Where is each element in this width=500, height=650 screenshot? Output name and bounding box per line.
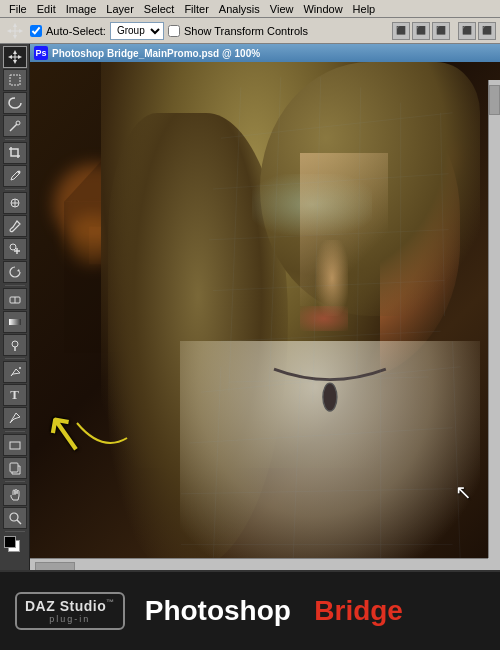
vertical-scrollbar[interactable]	[488, 80, 500, 558]
svg-line-41	[292, 367, 300, 570]
history-brush-btn[interactable]	[3, 261, 27, 283]
promo-image: ↖ ↖	[30, 62, 500, 570]
svg-line-27	[356, 87, 360, 377]
ps-icon: Ps	[34, 46, 48, 60]
horizontal-scrollbar[interactable]	[30, 558, 488, 570]
svg-line-32	[208, 230, 448, 240]
svg-point-11	[12, 341, 18, 347]
svg-line-17	[17, 520, 21, 524]
lasso-btn[interactable]	[3, 92, 27, 114]
document-titlebar: Ps Photoshop Bridge_MainPromo.psd @ 100%	[30, 44, 500, 62]
svg-point-13	[19, 367, 21, 369]
svg-point-16	[10, 513, 18, 521]
brush-btn[interactable]	[3, 215, 27, 237]
menu-select[interactable]: Select	[139, 3, 180, 15]
svg-line-25	[268, 77, 280, 402]
separator-1	[5, 139, 25, 140]
svg-line-1	[10, 124, 17, 131]
menu-image[interactable]: Image	[61, 3, 102, 15]
shape-btn[interactable]	[3, 434, 27, 456]
svg-rect-14	[10, 442, 20, 449]
svg-point-7	[10, 244, 16, 250]
canvas-content[interactable]: ↖ ↖	[30, 62, 500, 570]
path-select-btn[interactable]	[3, 407, 27, 429]
svg-rect-10	[9, 319, 21, 325]
eyedropper-btn[interactable]	[3, 165, 27, 187]
pen-btn[interactable]	[3, 361, 27, 383]
menu-filter[interactable]: Filter	[179, 3, 213, 15]
toolbar: T	[0, 44, 30, 570]
scrollbar-corner	[488, 558, 500, 570]
arrow-tail	[72, 418, 132, 458]
menu-edit[interactable]: Edit	[32, 3, 61, 15]
zoom-btn[interactable]	[3, 507, 27, 529]
daz-studio-label: DAZ Studio™	[25, 598, 115, 614]
workspace: T Ps Photoshop Bridge_MainPromo.ps	[0, 44, 500, 570]
svg-line-38	[180, 489, 452, 494]
separator-5	[5, 431, 25, 432]
menu-layer[interactable]: Layer	[101, 3, 139, 15]
transform-controls-checkbox[interactable]	[168, 25, 180, 37]
canvas-area: Ps Photoshop Bridge_MainPromo.psd @ 100%	[30, 44, 500, 570]
type-btn[interactable]: T	[3, 384, 27, 406]
menu-help[interactable]: Help	[348, 3, 381, 15]
separator-2	[5, 189, 25, 190]
document-title: Photoshop Bridge_MainPromo.psd @ 100%	[52, 48, 260, 59]
auto-select-label: Auto-Select:	[46, 25, 106, 37]
auto-select-checkbox[interactable]	[30, 25, 42, 37]
menu-file[interactable]: File	[4, 3, 32, 15]
spot-heal-btn[interactable]	[3, 192, 27, 214]
bridge-label: Bridge	[314, 595, 403, 626]
menu-bar: File Edit Image Layer Select Filter Anal…	[0, 0, 500, 18]
eraser-btn[interactable]	[3, 288, 27, 310]
svg-line-33	[212, 280, 444, 290]
wire-mesh-overlay	[101, 62, 501, 570]
color-swatches[interactable]	[4, 536, 26, 556]
clone-stamp-btn[interactable]	[3, 238, 27, 260]
svg-point-3	[17, 171, 20, 174]
promo-bar: DAZ Studio™ plug-in Photoshop Bridge	[0, 570, 500, 650]
svg-line-37	[188, 428, 452, 443]
separator-6	[5, 481, 25, 482]
promo-title: Photoshop Bridge	[145, 595, 403, 627]
magic-wand-btn[interactable]	[3, 115, 27, 137]
menu-view[interactable]: View	[265, 3, 299, 15]
foreground-color-swatch[interactable]	[4, 536, 16, 548]
align-center-icon[interactable]: ⬛	[412, 22, 430, 40]
hand-btn[interactable]	[3, 484, 27, 506]
svg-rect-15	[10, 463, 18, 472]
menu-window[interactable]: Window	[298, 3, 347, 15]
align-right-icon[interactable]: ⬛	[432, 22, 450, 40]
svg-line-31	[212, 174, 448, 189]
type-icon: T	[10, 387, 19, 403]
options-bar: Auto-Select: Group Show Transform Contro…	[0, 18, 500, 44]
separator-4	[5, 358, 25, 359]
svg-line-29	[440, 113, 444, 316]
move-tool-btn[interactable]	[3, 46, 27, 68]
svg-rect-0	[10, 75, 20, 85]
svg-line-26	[312, 77, 320, 402]
vscroll-thumb[interactable]	[489, 85, 500, 115]
auto-select-dropdown[interactable]: Group	[110, 22, 164, 40]
notes-btn[interactable]	[3, 457, 27, 479]
daz-logo-box: DAZ Studio™ plug-in	[15, 592, 125, 630]
cursor-pointer: ↖	[455, 480, 472, 504]
svg-line-36	[200, 367, 460, 392]
crop-btn[interactable]	[3, 142, 27, 164]
photoshop-label: Photoshop	[145, 595, 291, 626]
distribute-center-icon[interactable]: ⬛	[478, 22, 496, 40]
menu-analysis[interactable]: Analysis	[214, 3, 265, 15]
distribute-left-icon[interactable]: ⬛	[458, 22, 476, 40]
align-left-icon[interactable]: ⬛	[392, 22, 410, 40]
svg-line-24	[228, 87, 240, 392]
hscroll-thumb[interactable]	[35, 562, 75, 570]
svg-line-40	[212, 367, 220, 570]
character-body	[101, 62, 501, 570]
rect-marquee-btn[interactable]	[3, 69, 27, 91]
svg-point-2	[16, 121, 20, 125]
svg-line-34	[220, 331, 440, 341]
svg-line-30	[220, 113, 452, 138]
dodge-btn[interactable]	[3, 334, 27, 356]
svg-line-43	[452, 341, 460, 570]
gradient-btn[interactable]	[3, 311, 27, 333]
